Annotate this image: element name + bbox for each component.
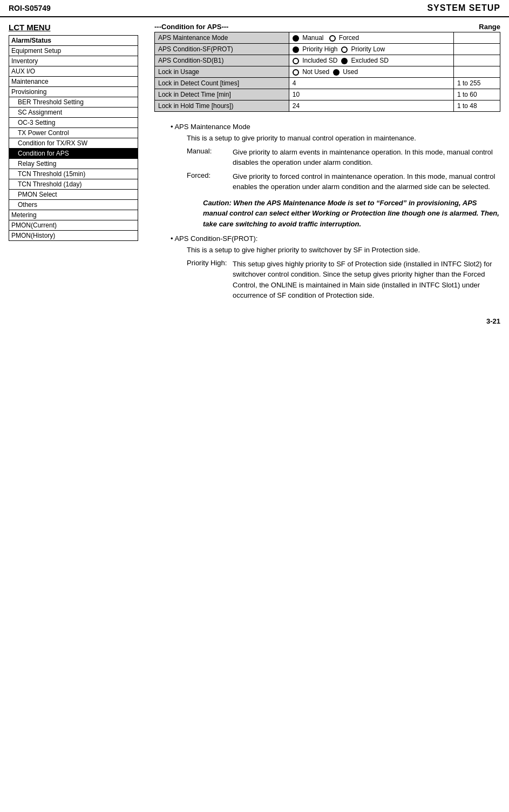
bullet-section: • APS Maintenance ModeThis is a setup to…	[171, 123, 500, 301]
condition-header-label: ---Condition for APS---	[154, 23, 228, 31]
doc-id: ROI-S05749	[9, 4, 51, 12]
sub-text: Give priority to forced control in maint…	[233, 171, 500, 192]
lct-menu-table: Alarm/StatusEquipment SetupInventoryAUX …	[9, 35, 138, 241]
menu-item[interactable]: AUX I/O	[9, 66, 138, 77]
condition-row-label: APS Maintenance Mode	[155, 32, 289, 44]
condition-row-value: Not Used Used	[289, 66, 453, 78]
condition-row-value: 10	[289, 89, 453, 100]
menu-item[interactable]: PMON(Current)	[9, 220, 138, 231]
menu-item[interactable]: TCN Threshold (1day)	[9, 179, 138, 190]
menu-item[interactable]: Metering	[9, 210, 138, 220]
sub-label: Manual:	[187, 147, 227, 168]
bullet-item: • APS Maintenance ModeThis is a setup to…	[171, 123, 500, 229]
bullet-title: • APS Condition-SF(PROT):	[171, 234, 500, 243]
main-content: ---Condition for APS--- Range APS Mainte…	[154, 23, 500, 306]
sub-label: Priority High:	[187, 259, 227, 301]
condition-row-range: 1 to 255	[453, 78, 500, 89]
page-content: LCT MENU Alarm/StatusEquipment SetupInve…	[0, 17, 509, 312]
menu-item[interactable]: Others	[9, 200, 138, 210]
menu-item[interactable]: Inventory	[9, 56, 138, 66]
menu-item[interactable]: Maintenance	[9, 77, 138, 87]
menu-item[interactable]: Alarm/Status	[9, 36, 138, 46]
radio-filled-icon	[333, 69, 340, 76]
sub-label: Forced:	[187, 171, 227, 192]
condition-row-range	[453, 32, 500, 44]
condition-row-range	[453, 55, 500, 66]
condition-row-value: Included SD Excluded SD	[289, 55, 453, 66]
condition-row-value: Manual Forced	[289, 32, 453, 44]
condition-row-value: Priority High Priority Low	[289, 44, 453, 55]
page-number: 3-21	[0, 312, 509, 331]
condition-table: APS Maintenance Mode Manual ForcedAPS Co…	[154, 32, 500, 112]
sub-text: Give priority to alarm events in mainten…	[233, 147, 500, 168]
condition-row-label: APS Condition-SF(PROT)	[155, 44, 289, 55]
radio-filled-icon	[293, 46, 299, 53]
bullet-desc: This is a setup to give priority to manu…	[187, 133, 500, 144]
menu-item[interactable]: Condition for APS	[9, 149, 138, 159]
condition-row-range	[453, 66, 500, 78]
lct-menu-title: LCT MENU	[9, 23, 144, 32]
caution-label: Caution:	[203, 199, 233, 207]
condition-header-range: Range	[479, 23, 500, 31]
menu-item[interactable]: Equipment Setup	[9, 46, 138, 56]
condition-row-range: 1 to 48	[453, 100, 500, 112]
condition-row-label: Lock in Usage	[155, 66, 289, 78]
caution-text: When the APS Maintenance Mode is set to …	[203, 199, 499, 228]
menu-item[interactable]: TX Power Control	[9, 128, 138, 138]
menu-item[interactable]: PMON(History)	[9, 231, 138, 241]
sub-item: Manual:Give priority to alarm events in …	[187, 147, 500, 168]
condition-row-value: 24	[289, 100, 453, 112]
page-title: SYSTEM SETUP	[427, 3, 500, 13]
bullet-desc: This is a setup to give higher priority …	[187, 245, 500, 256]
sub-item: Forced:Give priority to forced control i…	[187, 171, 500, 192]
menu-item[interactable]: OC-3 Setting	[9, 118, 138, 128]
condition-row-label: APS Condition-SD(B1)	[155, 55, 289, 66]
menu-item[interactable]: Relay Setting	[9, 159, 138, 169]
condition-row-value: 4	[289, 78, 453, 89]
menu-item[interactable]: PMON Select	[9, 190, 138, 200]
radio-empty-icon	[341, 46, 348, 53]
menu-item[interactable]: BER Threshold Setting	[9, 97, 138, 108]
radio-empty-icon	[293, 69, 299, 76]
lct-menu-section: LCT MENU Alarm/StatusEquipment SetupInve…	[9, 23, 144, 306]
menu-item[interactable]: Provisioning	[9, 87, 138, 97]
sub-text: This setup gives highly priority to SF o…	[233, 259, 500, 301]
radio-empty-icon	[329, 35, 336, 42]
condition-row-range	[453, 44, 500, 55]
bullet-item: • APS Condition-SF(PROT):This is a setup…	[171, 234, 500, 301]
condition-row-range: 1 to 60	[453, 89, 500, 100]
condition-row-label: Lock in Detect Time [min]	[155, 89, 289, 100]
menu-item[interactable]: Condition for TX/RX SW	[9, 138, 138, 149]
radio-empty-icon	[293, 58, 299, 64]
page-header: ROI-S05749 SYSTEM SETUP	[0, 0, 509, 17]
sub-item: Priority High:This setup gives highly pr…	[187, 259, 500, 301]
condition-row-label: Lock in Hold Time [hours])	[155, 100, 289, 112]
radio-filled-icon	[293, 35, 299, 42]
bullet-title: • APS Maintenance Mode	[171, 123, 500, 131]
menu-item[interactable]: SC Assignment	[9, 108, 138, 118]
condition-header: ---Condition for APS--- Range	[154, 23, 500, 31]
menu-item[interactable]: TCN Threshold (15min)	[9, 169, 138, 179]
radio-filled-icon	[341, 58, 348, 64]
caution-block: Caution: When the APS Maintenance Mode i…	[203, 198, 500, 230]
condition-row-label: Lock in Detect Count [times]	[155, 78, 289, 89]
